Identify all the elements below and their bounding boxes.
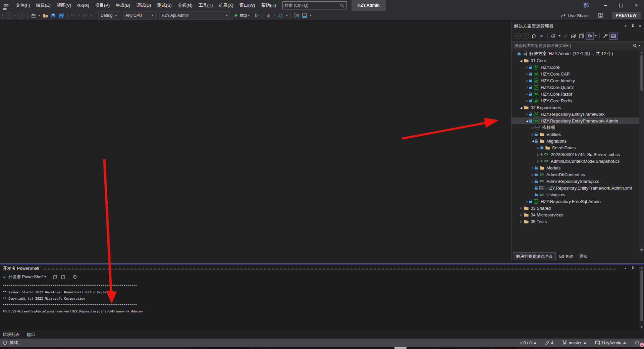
tree-row[interactable]: ◢01 Core [512, 57, 639, 64]
pin-icon[interactable] [632, 24, 635, 28]
expander-collapsed-icon[interactable]: ▷ [525, 86, 529, 89]
filter-dropdown-icon[interactable] [558, 35, 560, 37]
close-panel-icon[interactable]: × [639, 23, 641, 29]
navigate-back-icon[interactable] [6, 12, 12, 19]
expander-open-icon[interactable]: ◢ [531, 140, 535, 143]
window-position-icon[interactable] [624, 26, 628, 27]
hot-reload-icon[interactable] [265, 11, 272, 19]
tree-row[interactable]: ▷C#HZY.Core.Redis [512, 97, 639, 104]
menu-item[interactable]: 生成(B) [113, 0, 133, 11]
tree-row[interactable]: ▷C#HZY.Core.Quartz [512, 84, 639, 91]
tree-row[interactable]: ▷04 Microservices [512, 211, 639, 218]
save-icon[interactable] [50, 11, 57, 19]
toolbar-overflow-icon[interactable] [310, 15, 312, 16]
bottom-tab[interactable]: 错误列表 [3, 332, 19, 338]
menu-item[interactable]: 编辑(E) [33, 0, 54, 11]
expander-collapsed-icon[interactable]: ▷ [525, 200, 529, 203]
expander-collapsed-icon[interactable]: ▷ [525, 72, 529, 76]
terminal-scrollbar[interactable] [639, 265, 644, 330]
show-all-files-dropdown-icon[interactable] [595, 35, 597, 37]
solution-explorer-scrollbar[interactable] [639, 50, 644, 252]
expander-collapsed-icon[interactable]: ▷ [536, 146, 540, 149]
quick-search-box[interactable]: 搜索 (Ctrl+Q) [282, 1, 347, 9]
pin-icon[interactable] [632, 266, 635, 270]
menu-item[interactable]: 视图(V) [54, 0, 74, 11]
shell-selector[interactable]: 开发者 PowerShell [8, 274, 43, 280]
terminal-header[interactable]: 开发者 PowerShell × [0, 264, 644, 272]
menu-item[interactable]: Git(G) [74, 0, 92, 11]
find-in-files-icon[interactable] [293, 11, 300, 19]
expander-collapsed-icon[interactable]: ▷ [525, 113, 529, 116]
start-debug-button[interactable]: http [234, 13, 251, 18]
tree-row[interactable]: ▷C#AdminDbContext.cs [512, 171, 639, 178]
tree-row[interactable]: ▷C#HZY.Core.CAP [512, 70, 639, 77]
tree-row[interactable]: ▷C#HZY.Repository.EntityFramework [512, 111, 639, 117]
home-icon[interactable] [530, 32, 537, 40]
undo-icon[interactable] [69, 11, 77, 19]
expander-collapsed-icon[interactable]: ▷ [525, 93, 529, 96]
tree-row[interactable]: ▷C#HZY.Core.Razor [512, 91, 639, 97]
tree-row[interactable]: ▷C#HZY.Core [512, 64, 639, 70]
expander-collapsed-icon[interactable]: ▷ [525, 79, 529, 82]
window-position-icon[interactable] [624, 268, 628, 269]
menu-item[interactable]: 扩展(X) [216, 0, 236, 11]
live-share-button[interactable]: Live Share [560, 13, 589, 18]
minimize-button[interactable] [598, 0, 613, 11]
expander-collapsed-icon[interactable]: ▷ [525, 66, 529, 69]
pending-edits[interactable]: 4 [545, 341, 553, 345]
tool-window-tab[interactable]: 解决方案资源管理器 [513, 252, 556, 260]
restart-dropdown-icon[interactable] [286, 15, 288, 16]
expander-collapsed-icon[interactable]: ▷ [531, 166, 535, 169]
tree-row[interactable]: ▷C#HZY.Repository.FreeSql.Admin [512, 198, 639, 205]
properties-panel-toggle[interactable] [609, 33, 618, 40]
expander-collapsed-icon[interactable]: ▷ [536, 153, 540, 156]
expander-open-icon[interactable]: ◢ [525, 119, 529, 122]
solution-title[interactable]: HZY.Admin [352, 0, 386, 11]
tree-row[interactable]: ∞解决方案 'HZY.Admin' (12 个项目, 共 12 个) [512, 50, 639, 57]
tree-row[interactable]: ◢Migrations [512, 138, 639, 144]
expander-open-icon[interactable]: ◢ [519, 59, 523, 62]
collapse-all-icon[interactable] [570, 32, 577, 40]
navigate-back-dropdown-icon[interactable] [14, 15, 16, 16]
expander-collapsed-icon[interactable]: ▷ [519, 207, 523, 210]
dock-panel-icon[interactable] [301, 11, 308, 19]
tool-window-tab[interactable]: 通知 [576, 252, 590, 260]
startup-project-select[interactable]: HZY.Api.Admin [159, 11, 231, 19]
sync-with-active-document-icon[interactable] [562, 32, 569, 40]
tree-row[interactable]: </>HZY.Repository.EntityFramework.Admin.… [512, 185, 639, 191]
tool-window-tab[interactable]: Git 更改 [556, 252, 576, 260]
tree-row-selected[interactable]: ◢C#HZY.Repository.EntityFramework.Admin [512, 117, 639, 124]
chevron-down-icon[interactable] [44, 276, 46, 278]
expander-collapsed-icon[interactable]: ▷ [519, 220, 523, 223]
toolbar-grip[interactable] [2, 12, 3, 18]
expander-collapsed-icon[interactable]: ▷ [519, 213, 523, 216]
feedback-icon[interactable] [598, 13, 603, 18]
preview-badge[interactable]: PREVIEW [612, 12, 641, 19]
git-sync-status[interactable]: ↑↓ 0 / 0 [519, 341, 536, 345]
se-forward-icon[interactable] [522, 32, 529, 40]
solution-explorer-header[interactable]: 解决方案资源管理器 × [512, 21, 644, 31]
restart-icon[interactable] [277, 11, 284, 19]
menu-item[interactable]: 窗口(W) [236, 0, 258, 11]
scrollbar-thumb[interactable] [640, 55, 643, 91]
tree-row[interactable]: ◢02 Repositories [512, 104, 639, 111]
menu-item[interactable]: 测试(S) [154, 0, 174, 11]
undo-dropdown-icon[interactable] [78, 15, 80, 16]
menu-item[interactable]: 调试(D) [133, 0, 154, 11]
tree-row[interactable]: ▷Models [512, 164, 639, 171]
scroll-up-icon[interactable] [640, 267, 643, 268]
platform-select[interactable]: Any CPU [123, 11, 157, 19]
se-search-icon-group[interactable] [633, 44, 641, 48]
tree-row[interactable]: ▷+C#20230530015744_SqlServer_init.cs [512, 151, 639, 158]
tree-row[interactable]: ▷+C#AdminDbContextModelSnapshot.cs [512, 158, 639, 164]
redo-dropdown-icon[interactable] [90, 15, 92, 16]
scroll-up-icon[interactable] [640, 52, 643, 53]
navigate-forward-icon[interactable] [18, 12, 24, 19]
new-item-dropdown-icon[interactable] [38, 15, 40, 16]
close-button[interactable]: × [629, 0, 644, 11]
panel-drag-handle[interactable] [42, 267, 616, 270]
scroll-down-icon[interactable] [640, 327, 643, 328]
tree-row[interactable]: ▷05 Tests [512, 218, 639, 225]
expander-collapsed-icon[interactable]: ▷ [531, 133, 535, 136]
tree-row[interactable]: ▷依赖项 [512, 124, 639, 131]
